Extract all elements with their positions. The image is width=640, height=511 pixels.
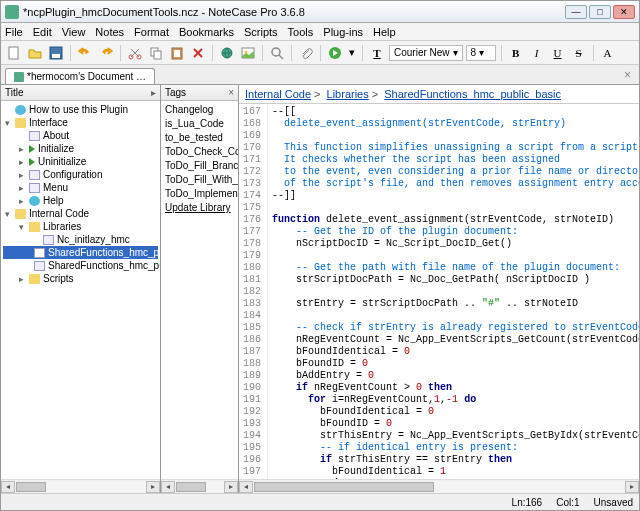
- svg-rect-2: [52, 54, 60, 58]
- run-button[interactable]: [326, 44, 344, 62]
- breadcrumb: Internal Code> Libraries> SharedFunction…: [239, 85, 639, 104]
- menu-plugins[interactable]: Plug-ins: [323, 26, 363, 38]
- tree-item[interactable]: Uninitialize: [38, 156, 86, 167]
- tree-header: Title: [5, 87, 24, 98]
- menu-view[interactable]: View: [62, 26, 86, 38]
- tag-item[interactable]: ToDo_Fill_Branch: [165, 159, 234, 173]
- status-line: Ln:166: [512, 497, 543, 508]
- window-title: *ncpPlugin_hmcDocumentTools.ncz - NoteCa…: [23, 6, 565, 18]
- cut-button[interactable]: [126, 44, 144, 62]
- strike-button[interactable]: S: [570, 44, 588, 62]
- tags-header: Tags: [165, 87, 186, 98]
- line-gutter: 1671681691701711721731741751761771781791…: [239, 104, 268, 479]
- tree-item[interactable]: SharedFunctions_hmc_public_extended: [48, 260, 160, 271]
- tree-item[interactable]: About: [43, 130, 69, 141]
- copy-button[interactable]: [147, 44, 165, 62]
- crumb-link[interactable]: SharedFunctions_hmc_public_basic: [384, 88, 561, 100]
- tags-close-icon[interactable]: ×: [228, 87, 234, 98]
- tree-item-selected[interactable]: SharedFunctions_hmc_public_basic: [48, 247, 160, 258]
- tree-item[interactable]: Help: [43, 195, 64, 206]
- svg-rect-8: [174, 50, 180, 57]
- maximize-button[interactable]: □: [589, 5, 611, 19]
- tree-item[interactable]: Configuration: [43, 169, 102, 180]
- minimize-button[interactable]: —: [565, 5, 587, 19]
- paste-button[interactable]: [168, 44, 186, 62]
- editor: Internal Code> Libraries> SharedFunction…: [239, 85, 639, 493]
- tags-list[interactable]: Changelog is_Lua_Code to_be_tested ToDo_…: [161, 101, 238, 479]
- bold-button[interactable]: B: [507, 44, 525, 62]
- tab-document[interactable]: *hermocom's Document Tool...: [5, 68, 155, 84]
- tag-item[interactable]: ToDo_Check_Commented: [165, 145, 234, 159]
- image-button[interactable]: [239, 44, 257, 62]
- tree-panel: Title▸ How to use this Plugin ▾Interface…: [1, 85, 161, 493]
- tree-scripts[interactable]: Scripts: [43, 273, 74, 284]
- run-dropdown[interactable]: ▾: [347, 44, 357, 62]
- find-button[interactable]: [268, 44, 286, 62]
- font-name-select[interactable]: Courier New▾: [389, 45, 463, 61]
- tag-item[interactable]: Update Library: [165, 201, 234, 215]
- save-button[interactable]: [47, 44, 65, 62]
- tree-item[interactable]: Initialize: [38, 143, 74, 154]
- text-color-button[interactable]: A: [599, 44, 617, 62]
- font-size-select[interactable]: 8▾: [466, 45, 496, 61]
- menu-help[interactable]: Help: [373, 26, 396, 38]
- underline-button[interactable]: U: [549, 44, 567, 62]
- app-icon: [5, 5, 19, 19]
- menu-format[interactable]: Format: [134, 26, 169, 38]
- svg-rect-6: [154, 51, 161, 59]
- redo-button[interactable]: [97, 44, 115, 62]
- tree-interface[interactable]: Interface: [29, 117, 68, 128]
- menu-file[interactable]: File: [5, 26, 23, 38]
- open-button[interactable]: [26, 44, 44, 62]
- status-col: Col:1: [556, 497, 579, 508]
- code-lines[interactable]: --[[ delete_event_assignment(strEventCod…: [268, 104, 639, 479]
- crumb-link[interactable]: Libraries: [327, 88, 369, 100]
- status-state: Unsaved: [594, 497, 633, 508]
- new-button[interactable]: [5, 44, 23, 62]
- svg-point-12: [272, 48, 280, 56]
- menu-scripts[interactable]: Scripts: [244, 26, 278, 38]
- crumb-link[interactable]: Internal Code: [245, 88, 311, 100]
- italic-button[interactable]: I: [528, 44, 546, 62]
- menu-bookmarks[interactable]: Bookmarks: [179, 26, 234, 38]
- tags-hscroll[interactable]: ◂▸: [161, 479, 238, 493]
- toolbar: ▾ T Courier New▾ 8▾ B I U S A: [1, 41, 639, 65]
- font-color-button[interactable]: T: [368, 44, 386, 62]
- statusbar: Ln:166 Col:1 Unsaved: [1, 493, 639, 510]
- link-button[interactable]: [218, 44, 236, 62]
- tag-item[interactable]: ToDo_Implement_Script: [165, 187, 234, 201]
- svg-rect-0: [9, 47, 18, 59]
- tab-close-button[interactable]: ×: [620, 66, 635, 84]
- editor-hscroll[interactable]: ◂▸: [239, 479, 639, 493]
- menubar: File Edit View Notes Format Bookmarks Sc…: [1, 23, 639, 41]
- tree-root[interactable]: How to use this Plugin: [29, 104, 128, 115]
- tree-options-icon[interactable]: ▸: [151, 87, 156, 98]
- tree[interactable]: How to use this Plugin ▾Interface About …: [1, 101, 160, 479]
- close-button[interactable]: ✕: [613, 5, 635, 19]
- delete-button[interactable]: [189, 44, 207, 62]
- tree-item[interactable]: Nc_initlazy_hmc: [57, 234, 130, 245]
- menu-edit[interactable]: Edit: [33, 26, 52, 38]
- tag-item[interactable]: is_Lua_Code: [165, 117, 234, 131]
- menu-tools[interactable]: Tools: [288, 26, 314, 38]
- tree-internal[interactable]: Internal Code: [29, 208, 89, 219]
- tag-item[interactable]: ToDo_Fill_With_Content: [165, 173, 234, 187]
- code-editor[interactable]: 1671681691701711721731741751761771781791…: [239, 104, 639, 479]
- tree-libraries[interactable]: Libraries: [43, 221, 81, 232]
- tree-item[interactable]: Menu: [43, 182, 68, 193]
- tags-panel: Tags× Changelog is_Lua_Code to_be_tested…: [161, 85, 239, 493]
- undo-button[interactable]: [76, 44, 94, 62]
- attach-button[interactable]: [297, 44, 315, 62]
- tag-item[interactable]: Changelog: [165, 103, 234, 117]
- tree-hscroll[interactable]: ◂▸: [1, 479, 160, 493]
- titlebar: *ncpPlugin_hmcDocumentTools.ncz - NoteCa…: [1, 1, 639, 23]
- tag-item[interactable]: to_be_tested: [165, 131, 234, 145]
- document-tabs: *hermocom's Document Tool... ×: [1, 65, 639, 85]
- menu-notes[interactable]: Notes: [95, 26, 124, 38]
